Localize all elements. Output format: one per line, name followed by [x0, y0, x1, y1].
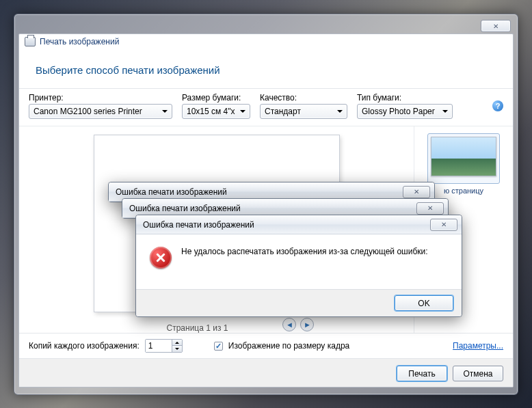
papertype-value: Glossy Photo Paper: [362, 107, 435, 116]
page-subtitle: Выберите способ печати изображений: [19, 49, 513, 89]
quality-label: Качество:: [260, 93, 347, 103]
papertype-label: Тип бумаги:: [357, 93, 453, 103]
layout-thumbnail-wrap[interactable]: [427, 133, 500, 184]
papertype-group: Тип бумаги: Glossy Photo Paper: [357, 93, 453, 119]
quality-value: Стандарт: [265, 107, 301, 116]
error-dialog-1: Ошибка печати изображений ✕ Не удалось р…: [135, 215, 462, 317]
copies-label: Копий каждого изображения:: [29, 341, 139, 351]
printer-label: Принтер:: [29, 93, 172, 103]
error-dialog-body: Не удалось распечатать изображения из-за…: [136, 234, 462, 289]
close-icon: ✕: [414, 188, 419, 195]
error-message: Не удалось распечатать изображения из-за…: [181, 247, 428, 256]
papersize-value: 10x15 см 4"x: [187, 107, 235, 116]
error-title: Ошибка печати изображений: [143, 220, 254, 230]
page-caption: Страница 1 из 1: [167, 323, 228, 333]
error-close-button[interactable]: ✕: [430, 219, 457, 231]
error-icon: [150, 247, 172, 269]
papersize-combo[interactable]: 10x15 см 4"x: [182, 104, 250, 119]
error-close-button[interactable]: ✕: [403, 186, 430, 198]
parameters-link[interactable]: Параметры...: [453, 341, 503, 351]
copies-spinner[interactable]: [145, 339, 183, 353]
papertype-combo[interactable]: Glossy Photo Paper: [357, 104, 453, 119]
window-header: Печать изображений: [19, 34, 513, 49]
papersize-label: Размер бумаги:: [182, 93, 250, 103]
layout-thumbnail-label: ю страницу: [444, 187, 483, 195]
quality-combo[interactable]: Стандарт: [260, 104, 347, 119]
action-row: Печать Отмена: [19, 359, 513, 387]
cancel-button[interactable]: Отмена: [453, 366, 503, 381]
quality-group: Качество: Стандарт: [260, 93, 347, 119]
error-title: Ошибка печати изображений: [116, 187, 227, 197]
print-button[interactable]: Печать: [397, 366, 447, 381]
close-icon: ✕: [493, 23, 498, 30]
window-title: Печать изображений: [40, 37, 119, 46]
copies-input[interactable]: [146, 340, 172, 352]
error-dialog-titlebar: Ошибка печати изображений ✕: [136, 215, 462, 234]
error-ok-button[interactable]: OK: [395, 295, 453, 311]
fit-frame-label: Изображение по размеру кадра: [228, 341, 349, 351]
printer-value: Canon MG2100 series Printer: [34, 107, 142, 116]
fit-frame-checkbox[interactable]: ✓: [214, 342, 223, 351]
printer-group: Принтер: Canon MG2100 series Printer: [29, 93, 172, 119]
papersize-group: Размер бумаги: 10x15 см 4"x: [182, 93, 250, 119]
window-close-button[interactable]: ✕: [481, 20, 511, 32]
titlebar: ✕: [18, 18, 514, 33]
options-row: Копий каждого изображения: ✓ Изображение…: [19, 334, 513, 359]
prev-page-button[interactable]: ◄: [282, 318, 296, 331]
error-close-button[interactable]: ✕: [416, 202, 444, 215]
help-icon[interactable]: ?: [492, 100, 503, 111]
copies-down-button[interactable]: [172, 346, 182, 352]
printer-icon: [25, 37, 36, 46]
print-options-row: Принтер: Canon MG2100 series Printer Раз…: [19, 89, 513, 126]
copies-up-button[interactable]: [172, 340, 182, 346]
error-title: Ошибка печати изображений: [129, 204, 241, 213]
printer-combo[interactable]: Canon MG2100 series Printer: [29, 104, 172, 119]
next-page-button[interactable]: ►: [300, 318, 314, 331]
error-dialog-footer: OK: [136, 289, 462, 316]
close-icon: ✕: [427, 204, 433, 212]
close-icon: ✕: [441, 221, 447, 228]
layout-thumbnail: [431, 137, 496, 176]
